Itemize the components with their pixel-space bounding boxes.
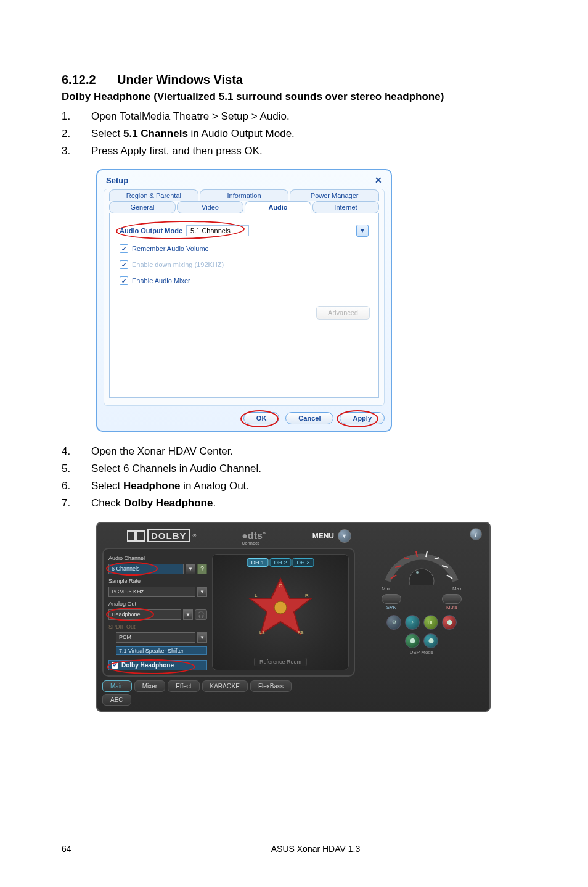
remember-audio-volume-checkbox[interactable] [120, 244, 128, 253]
chevron-down-icon[interactable]: ▼ [186, 564, 195, 574]
svn-toggle[interactable] [382, 594, 401, 604]
advanced-button: Advanced [316, 306, 370, 320]
checkbox-checked-icon[interactable] [112, 662, 118, 669]
spdif-out-select[interactable]: PCM ▼ [116, 632, 207, 643]
step-list-b: 4.Open the Xonar HDAV Center. 5.Select 6… [62, 444, 526, 510]
svg-point-1 [274, 601, 287, 614]
chevron-down-icon[interactable]: ▼ [197, 587, 207, 597]
section-heading: 6.12.2Under Windows Vista [62, 73, 526, 87]
svg-text:L: L [255, 593, 258, 598]
tab-internet[interactable]: Internet [312, 201, 379, 213]
gauge-min-label: Min [382, 586, 390, 592]
gauge-max-label: Max [452, 586, 462, 592]
tab-information[interactable]: Information [200, 189, 289, 201]
tab-mixer[interactable]: Mixer [134, 680, 165, 692]
speaker-layout-icon: L C R LS RS [243, 574, 317, 642]
setup-title: Setup [106, 176, 128, 185]
chevron-down-icon[interactable]: ▼ [183, 609, 193, 620]
dsp-mode-hf[interactable]: HF [423, 615, 438, 630]
dolby-logo: DOLBY ® [127, 529, 196, 542]
volume-gauge[interactable] [382, 540, 462, 585]
dsp-mode-5[interactable]: ⬤ [405, 633, 420, 648]
sample-rate-label: Sample Rate [108, 578, 207, 584]
dsp-mode-label: DSP Mode [359, 650, 484, 655]
close-icon[interactable]: ✕ [375, 175, 382, 185]
tab-main[interactable]: Main [102, 680, 132, 692]
tab-aec[interactable]: AEC [102, 694, 131, 706]
tab-power-manager[interactable]: Power Manager [290, 189, 379, 201]
reference-room-label: Reference Room [254, 658, 307, 666]
ok-button[interactable]: OK [243, 412, 280, 424]
page-number: 64 [62, 844, 105, 854]
audio-channel-select[interactable]: 6 Channels ▼ ? [108, 564, 207, 574]
menu-button[interactable]: MENU ▾ [312, 529, 351, 543]
help-icon[interactable]: ? [197, 564, 207, 574]
dsp-mode-1[interactable]: ⚙ [386, 615, 401, 630]
tab-region-parental[interactable]: Region & Parental [109, 189, 198, 201]
headphone-icon: 🎧 [195, 609, 207, 620]
audio-output-mode-label: Audio Output Mode [120, 227, 182, 234]
footer-title: ASUS Xonar HDAV 1.3 [105, 844, 526, 854]
page-footer: 64 ASUS Xonar HDAV 1.3 [62, 840, 526, 854]
analog-out-select[interactable]: Headphone ▼ 🎧 [108, 609, 207, 620]
xonar-panel: DOLBY ® ●dts™ Connect MENU ▾ Audio Chann… [96, 522, 491, 712]
setup-dialog: Setup ✕ Region & Parental Information Po… [96, 169, 392, 432]
svg-point-16 [416, 571, 419, 574]
enable-down-mixing-checkbox[interactable] [120, 260, 128, 269]
subheading: Dolby Headphone (Viertualized 5.1 surrou… [62, 91, 526, 103]
svg-text:RS: RS [298, 630, 304, 635]
dh-tab-2[interactable]: DH-2 [269, 558, 291, 567]
dsp-mode-4[interactable]: ⬤ [442, 615, 457, 630]
dts-logo: ●dts™ Connect [242, 530, 267, 542]
svg-point-15 [409, 569, 434, 585]
chevron-down-icon[interactable]: ▼ [356, 225, 369, 237]
chevron-down-icon[interactable]: ▼ [197, 632, 207, 643]
dh-tab-3[interactable]: DH-3 [293, 558, 314, 567]
reference-room-visual: DH-1 DH-2 DH-3 L C R LS [212, 554, 349, 670]
chevron-down-icon[interactable]: ▾ [338, 529, 351, 543]
spdif-out-label: SPDIF Out [108, 624, 207, 630]
enable-audio-mixer-checkbox[interactable] [120, 276, 128, 285]
tab-general[interactable]: General [109, 201, 176, 213]
dsp-mode-6[interactable]: ⬤ [423, 633, 438, 648]
tab-karaoke[interactable]: KARAOKE [202, 680, 248, 692]
dsp-mode-buttons: ⚙ ♪ HF ⬤ ⬤ ⬤ [385, 615, 459, 648]
sample-rate-select[interactable]: PCM 96 KHz ▼ [108, 587, 207, 597]
svg-text:R: R [305, 593, 309, 598]
apply-button[interactable]: Apply [340, 412, 385, 424]
audio-channel-label: Audio Channel [108, 555, 207, 561]
tab-video[interactable]: Video [177, 201, 243, 213]
info-icon[interactable]: i [470, 528, 482, 540]
tab-flexbass[interactable]: FlexBass [250, 680, 292, 692]
dh-tab-1[interactable]: DH-1 [247, 558, 268, 567]
analog-out-label: Analog Out [108, 601, 207, 607]
svg-text:LS: LS [259, 630, 265, 635]
virtual-speaker-shifter[interactable]: 7.1 Virtual Speaker Shifter [116, 646, 207, 655]
dsp-mode-2[interactable]: ♪ [405, 615, 420, 630]
cancel-button[interactable]: Cancel [285, 412, 333, 424]
svg-text:C: C [279, 583, 282, 588]
audio-output-mode-select[interactable]: 5.1 Channels ▼ [186, 225, 369, 237]
tab-audio[interactable]: Audio [245, 201, 311, 213]
step-list-a: 1.Open TotalMedia Theatre > Setup > Audi… [62, 109, 526, 158]
mute-toggle[interactable] [442, 594, 462, 604]
tab-effect[interactable]: Effect [168, 680, 199, 692]
dolby-headphone-toggle[interactable]: Dolby Headphone [108, 660, 207, 670]
